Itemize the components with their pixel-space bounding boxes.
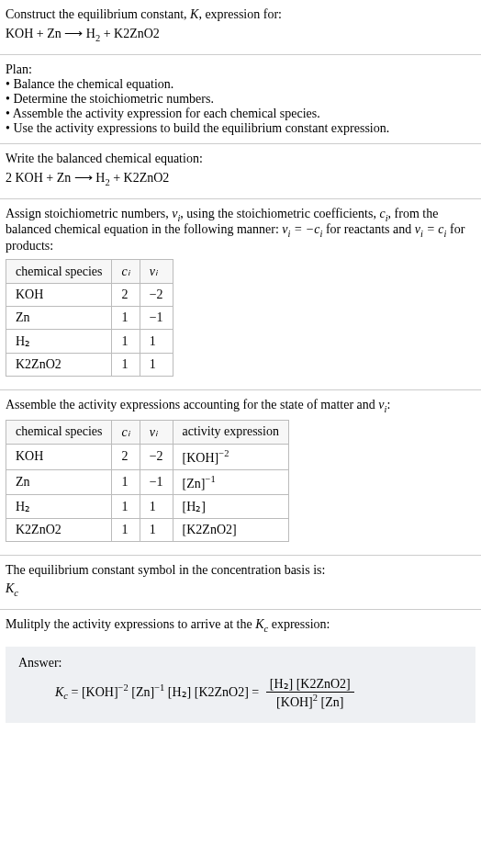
cell: 1	[140, 519, 173, 542]
plan-item: Use the activity expressions to build th…	[6, 121, 475, 136]
table-row: H₂11	[6, 330, 173, 354]
k: K	[6, 581, 14, 595]
assemble-block: Assemble the activity expressions accoun…	[0, 390, 481, 555]
act-base: [Zn]	[183, 476, 206, 490]
col-species: chemical species	[6, 260, 112, 284]
symbol-block: The equilibrium constant symbol in the c…	[0, 556, 481, 609]
balanced-block: Write the balanced chemical equation: 2 …	[0, 144, 481, 198]
cell: −2	[140, 284, 173, 307]
intro-line: Construct the equilibrium constant, K, e…	[6, 7, 475, 22]
col-activity: activity expression	[173, 420, 288, 444]
k: K	[55, 684, 63, 698]
table-row: K2ZnO211	[6, 354, 173, 377]
plan-item: Assemble the activity expression for eac…	[6, 107, 475, 121]
plan-list: Balance the chemical equation. Determine…	[6, 77, 475, 136]
cell: [K2ZnO2]	[173, 519, 288, 542]
cell: −1	[140, 469, 173, 495]
cell: H₂	[6, 495, 112, 519]
k: K	[255, 617, 263, 631]
text: expression:	[268, 617, 330, 631]
unbalanced-equation: KOH + Zn ⟶ H2 + K2ZnO2	[6, 26, 475, 43]
answer-equation: Kc = [KOH]−2 [Zn]−1 [H₂] [K2ZnO2] = [H₂]…	[18, 676, 463, 710]
text: Assign stoichiometric numbers,	[6, 207, 172, 220]
act-base: [K2ZnO2]	[183, 523, 237, 536]
intro-block: Construct the equilibrium constant, K, e…	[0, 0, 481, 54]
col-vi: νᵢ	[140, 260, 173, 284]
cell: KOH	[6, 284, 112, 307]
act-exp: −1	[205, 474, 215, 484]
text: Construct the equilibrium constant,	[6, 7, 190, 21]
answer-label: Answer:	[18, 656, 463, 671]
col-ci: cᵢ	[112, 260, 140, 284]
table-row: K2ZnO2 1 1 [K2ZnO2]	[6, 519, 289, 542]
eq: = c	[423, 222, 444, 236]
assign-text: Assign stoichiometric numbers, νi, using…	[6, 207, 475, 254]
cell: 1	[112, 307, 140, 330]
eq: = −c	[290, 222, 319, 236]
table-row: Zn1−1	[6, 307, 173, 330]
eq-part: + K2ZnO2	[100, 27, 160, 40]
table-row: KOH 2 −2 [KOH]−2	[6, 444, 289, 469]
assign-block: Assign stoichiometric numbers, νi, using…	[0, 199, 481, 390]
table-row: H₂ 1 1 [H₂]	[6, 495, 289, 519]
assemble-text: Assemble the activity expressions accoun…	[6, 398, 475, 414]
multiply-block: Mulitply the activity expressions to arr…	[0, 610, 481, 641]
fraction: [H₂] [K2ZnO2] [KOH]2 [Zn]	[266, 676, 354, 710]
col-vi: νᵢ	[140, 420, 173, 444]
plan-item: Balance the chemical equation.	[6, 77, 475, 92]
c: c	[14, 588, 18, 598]
exp: −1	[154, 682, 164, 693]
eq-part: KOH + Zn ⟶ H	[6, 27, 95, 40]
cell: Zn	[6, 469, 112, 495]
eq-part: 2 KOH + Zn ⟶ H	[6, 171, 105, 185]
cell: 1	[112, 330, 140, 354]
cell: −2	[140, 444, 173, 469]
cell: [Zn]−1	[173, 469, 288, 495]
cell: 1	[140, 495, 173, 519]
term: [KOH]	[82, 684, 118, 698]
text: :	[386, 398, 390, 411]
act-exp: −2	[218, 448, 229, 458]
cell: 1	[112, 354, 140, 377]
col-species: chemical species	[6, 420, 112, 444]
eq: =	[68, 684, 82, 698]
cell: 1	[112, 469, 140, 495]
cell: 1	[140, 354, 173, 377]
cell: KOH	[6, 444, 112, 469]
denominator: [KOH]2 [Zn]	[266, 693, 354, 710]
cell: 1	[112, 495, 140, 519]
cell: 1	[112, 519, 140, 542]
kc-symbol: Kc	[6, 581, 475, 598]
cell: H₂	[6, 330, 112, 354]
balanced-title: Write the balanced chemical equation:	[6, 152, 475, 166]
k-symbol: K	[190, 7, 198, 21]
table-row: Zn 1 −1 [Zn]−1	[6, 469, 289, 495]
numerator: [H₂] [K2ZnO2]	[266, 676, 354, 693]
table-row: KOH2−2	[6, 284, 173, 307]
eq-part: + K2ZnO2	[110, 171, 170, 185]
cell: Zn	[6, 307, 112, 330]
text: , expression for:	[198, 7, 282, 21]
stoich-table: chemical species cᵢ νᵢ KOH2−2 Zn1−1 H₂11…	[6, 259, 173, 377]
term: [H₂] [K2ZnO2] =	[164, 684, 262, 698]
text: Assemble the activity expressions accoun…	[6, 398, 378, 411]
cell: [H₂]	[173, 495, 288, 519]
plan-item: Determine the stoichiometric numbers.	[6, 92, 475, 107]
act-base: [H₂]	[183, 500, 206, 513]
symbol-text: The equilibrium constant symbol in the c…	[6, 563, 475, 578]
cell: [KOH]−2	[173, 444, 288, 469]
cell: 2	[112, 284, 140, 307]
text: Mulitply the activity expressions to arr…	[6, 617, 255, 631]
balanced-equation: 2 KOH + Zn ⟶ H2 + K2ZnO2	[6, 170, 475, 187]
text: , using the stoichiometric coefficients,	[180, 207, 379, 220]
answer-box: Answer: Kc = [KOH]−2 [Zn]−1 [H₂] [K2ZnO2…	[6, 647, 475, 723]
multiply-text: Mulitply the activity expressions to arr…	[6, 617, 475, 634]
den-part: [Zn]	[318, 695, 343, 709]
term: [Zn]	[129, 684, 154, 698]
act-base: [KOH]	[183, 451, 219, 465]
cell: K2ZnO2	[6, 354, 112, 377]
table-header-row: chemical species cᵢ νᵢ activity expressi…	[6, 420, 289, 444]
text: for reactants and	[322, 222, 414, 236]
activity-table: chemical species cᵢ νᵢ activity expressi…	[6, 420, 289, 542]
cell: −1	[140, 307, 173, 330]
